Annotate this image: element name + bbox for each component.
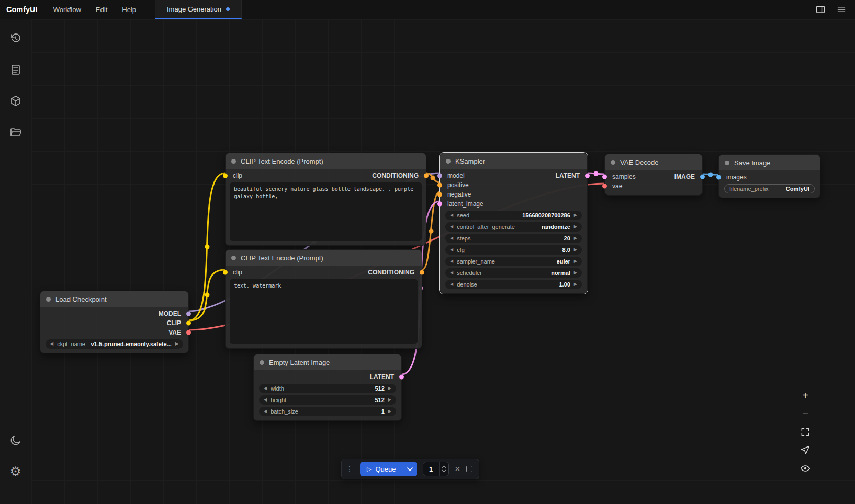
input-slot-images[interactable] bbox=[716, 175, 721, 180]
widget-batch-size[interactable]: ◀ batch_size 1 ▶ bbox=[259, 407, 396, 416]
node-header[interactable]: CLIP Text Encode (Prompt) bbox=[226, 250, 422, 266]
model-library-icon[interactable] bbox=[4, 89, 27, 112]
arrow-right-icon[interactable]: ▶ bbox=[574, 225, 577, 229]
arrow-right-icon[interactable]: ▶ bbox=[574, 213, 577, 217]
widget-ckpt-name[interactable]: ◀ ckpt_name v1-5-pruned-emaonly.safete..… bbox=[46, 339, 183, 349]
widget-height[interactable]: ◀ height 512 ▶ bbox=[259, 395, 396, 405]
node-header[interactable]: Empty Latent Image bbox=[254, 354, 401, 370]
arrow-right-icon[interactable]: ▶ bbox=[388, 398, 391, 402]
arrow-right-icon[interactable]: ▶ bbox=[175, 342, 178, 346]
cancel-icon[interactable]: ✕ bbox=[455, 465, 461, 473]
zoom-in-button[interactable]: + bbox=[799, 389, 812, 402]
select-mode-button[interactable] bbox=[799, 444, 812, 456]
node-header[interactable]: KSampler bbox=[440, 153, 587, 169]
arrow-left-icon[interactable]: ◀ bbox=[50, 342, 53, 346]
node-clip-text-encode-negative[interactable]: CLIP Text Encode (Prompt) clip CONDITION… bbox=[225, 249, 422, 349]
arrow-left-icon[interactable]: ◀ bbox=[450, 236, 453, 240]
input-slot-positive[interactable] bbox=[437, 183, 442, 188]
arrow-left-icon[interactable]: ◀ bbox=[264, 398, 267, 402]
panel-toggle-icon[interactable] bbox=[815, 4, 826, 15]
widget-filename-prefix[interactable]: filename_prefix ComfyUI bbox=[724, 184, 815, 193]
hamburger-menu-icon[interactable] bbox=[836, 4, 847, 15]
arrow-left-icon[interactable]: ◀ bbox=[450, 225, 453, 229]
batch-count-input[interactable] bbox=[423, 462, 439, 476]
output-slot-clip[interactable] bbox=[186, 321, 191, 326]
input-slot-latent-image[interactable] bbox=[437, 202, 442, 207]
widget-denoise[interactable]: ◀ denoise 1.00 ▶ bbox=[445, 280, 582, 289]
widget-scheduler[interactable]: ◀ scheduler normal ▶ bbox=[445, 268, 582, 278]
queue-list-icon[interactable] bbox=[4, 58, 27, 81]
arrow-right-icon[interactable]: ▶ bbox=[574, 248, 577, 252]
stepper-down-icon[interactable] bbox=[442, 469, 446, 473]
widget-cfg[interactable]: ◀ cfg 8.0 ▶ bbox=[445, 245, 582, 255]
menu-help[interactable]: Help bbox=[115, 0, 143, 19]
node-header[interactable]: CLIP Text Encode (Prompt) bbox=[226, 153, 426, 169]
collapse-icon[interactable] bbox=[446, 159, 451, 164]
widget-control-after-generate[interactable]: ◀ control_after_generate randomize ▶ bbox=[445, 222, 582, 232]
collapse-icon[interactable] bbox=[611, 160, 615, 165]
collapse-icon[interactable] bbox=[231, 159, 236, 164]
history-icon[interactable] bbox=[4, 27, 27, 50]
prompt-textarea[interactable]: text, watermark bbox=[230, 279, 418, 344]
arrow-left-icon[interactable]: ◀ bbox=[450, 282, 453, 287]
queue-dropdown-button[interactable] bbox=[403, 462, 417, 476]
arrow-right-icon[interactable]: ▶ bbox=[388, 409, 391, 414]
widget-sampler-name[interactable]: ◀ sampler_name euler ▶ bbox=[445, 257, 582, 266]
widget-width[interactable]: ◀ width 512 ▶ bbox=[259, 384, 396, 393]
zoom-out-button[interactable]: − bbox=[799, 407, 812, 420]
node-header[interactable]: Load Checkpoint bbox=[40, 291, 188, 307]
output-slot-conditioning[interactable] bbox=[420, 270, 424, 275]
menu-edit[interactable]: Edit bbox=[88, 0, 115, 19]
arrow-left-icon[interactable]: ◀ bbox=[450, 213, 453, 217]
node-load-checkpoint[interactable]: Load Checkpoint MODEL CLIP VAE ◀ ckpt_na… bbox=[40, 291, 189, 353]
node-vae-decode[interactable]: VAE Decode samples IMAGE vae bbox=[604, 154, 703, 196]
node-empty-latent-image[interactable]: Empty Latent Image LATENT ◀ width 512 ▶ … bbox=[253, 354, 402, 421]
input-slot-vae[interactable] bbox=[602, 184, 607, 189]
node-ksampler[interactable]: KSampler model LATENT positive negative … bbox=[440, 153, 588, 294]
theme-moon-icon[interactable] bbox=[4, 429, 27, 452]
node-header[interactable]: VAE Decode bbox=[605, 154, 702, 170]
input-slot-model[interactable] bbox=[437, 174, 442, 178]
output-slot-vae[interactable] bbox=[186, 330, 191, 335]
node-clip-text-encode-positive[interactable]: CLIP Text Encode (Prompt) clip CONDITION… bbox=[225, 153, 426, 246]
output-slot-latent[interactable] bbox=[585, 174, 590, 178]
node-save-image[interactable]: Save Image images filename_prefix ComfyU… bbox=[718, 154, 820, 198]
arrow-left-icon[interactable]: ◀ bbox=[264, 409, 267, 414]
collapse-icon[interactable] bbox=[260, 360, 264, 365]
output-slot-latent[interactable] bbox=[399, 375, 404, 380]
arrow-left-icon[interactable]: ◀ bbox=[450, 271, 453, 275]
queue-button[interactable]: ▷ Queue bbox=[360, 462, 403, 476]
arrow-right-icon[interactable]: ▶ bbox=[574, 236, 577, 240]
input-slot-negative[interactable] bbox=[437, 192, 442, 197]
fit-view-button[interactable] bbox=[799, 426, 812, 438]
widget-steps[interactable]: ◀ steps 20 ▶ bbox=[445, 234, 582, 243]
output-slot-image[interactable] bbox=[700, 175, 705, 179]
prompt-textarea[interactable]: beautiful scenery nature glass bottle la… bbox=[230, 182, 422, 241]
navigation-arrow-icon bbox=[800, 445, 811, 455]
input-slot-clip[interactable] bbox=[223, 270, 228, 275]
arrow-right-icon[interactable]: ▶ bbox=[388, 386, 391, 391]
arrow-right-icon[interactable]: ▶ bbox=[574, 282, 577, 287]
toggle-visibility-button[interactable] bbox=[799, 462, 812, 475]
arrow-right-icon[interactable]: ▶ bbox=[574, 259, 577, 264]
workflows-folder-icon[interactable] bbox=[4, 121, 27, 144]
stepper-up-icon[interactable] bbox=[442, 465, 446, 468]
arrow-right-icon[interactable]: ▶ bbox=[574, 271, 577, 275]
menu-workflow[interactable]: Workflow bbox=[46, 0, 88, 19]
widget-seed[interactable]: ◀ seed 156680208700286 ▶ bbox=[445, 211, 582, 220]
collapse-icon[interactable] bbox=[725, 161, 729, 165]
input-slot-samples[interactable] bbox=[602, 175, 607, 179]
node-header[interactable]: Save Image bbox=[719, 155, 820, 170]
collapse-icon[interactable] bbox=[46, 297, 51, 302]
arrow-left-icon[interactable]: ◀ bbox=[450, 259, 453, 264]
arrow-left-icon[interactable]: ◀ bbox=[450, 248, 453, 252]
arrow-left-icon[interactable]: ◀ bbox=[264, 386, 267, 391]
settings-gear-icon[interactable]: ⚙ bbox=[4, 460, 27, 483]
drag-handle-icon[interactable]: ⋮ bbox=[345, 465, 354, 473]
collapse-icon[interactable] bbox=[231, 256, 236, 260]
output-slot-conditioning[interactable] bbox=[424, 174, 429, 178]
input-slot-clip[interactable] bbox=[223, 174, 228, 178]
tab-image-generation[interactable]: Image Generation bbox=[155, 0, 242, 19]
output-slot-model[interactable] bbox=[186, 312, 191, 316]
stop-icon[interactable] bbox=[466, 466, 473, 472]
